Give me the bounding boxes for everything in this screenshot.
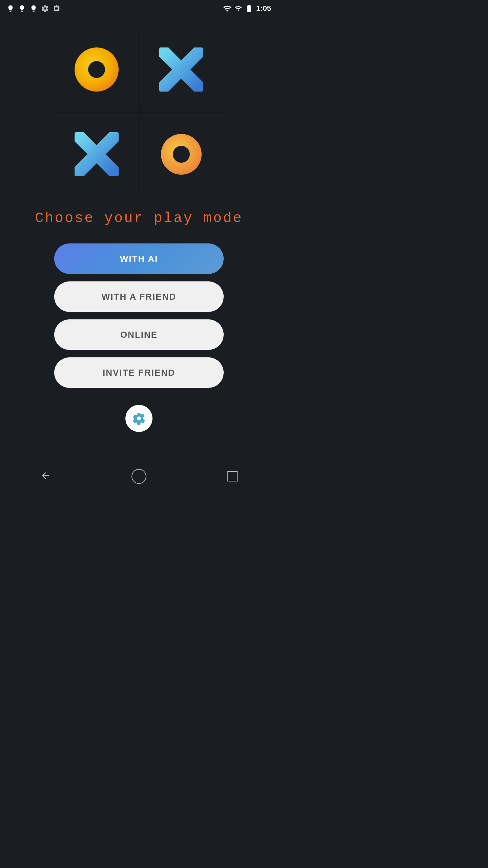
bottom-navigation [0, 465, 278, 488]
settings-button[interactable] [125, 405, 152, 432]
home-nav-button[interactable] [131, 469, 146, 484]
game-title: Choose your play mode [35, 210, 243, 226]
x-symbol-bottom-left [75, 132, 119, 176]
grid-cell-top-left [54, 27, 139, 112]
buttons-container: WITH AI WITH A FRIEND ONLINE INVITE FRIE… [54, 243, 224, 388]
grid-cell-top-right [139, 27, 224, 112]
bulb-icon-1 [7, 5, 14, 12]
settings-status-icon [41, 5, 49, 12]
status-bar: 1:05 [0, 0, 278, 17]
gear-icon [132, 412, 146, 425]
bulb-icon-3 [30, 5, 37, 12]
signal-icon [235, 5, 242, 12]
game-grid [54, 27, 224, 197]
status-bar-right: 1:05 [223, 4, 271, 13]
main-content: Choose your play mode WITH AI WITH A FRI… [0, 17, 278, 432]
o-symbol-bottom-right [161, 134, 202, 175]
grid-cell-bottom-right [139, 112, 224, 197]
battery-icon [245, 4, 253, 13]
wifi-icon [223, 4, 232, 13]
x-symbol-top-right [159, 47, 203, 92]
bulb-icon-2 [18, 5, 26, 12]
status-time: 1:05 [256, 4, 271, 13]
recents-nav-button[interactable] [227, 471, 238, 481]
grid-cell-bottom-left [54, 112, 139, 197]
with-friend-button[interactable]: WITH A FRIEND [54, 281, 224, 312]
grid-cells [54, 27, 224, 197]
invite-friend-button[interactable]: INVITE FRIEND [54, 357, 224, 388]
status-bar-left [7, 5, 60, 12]
back-nav-button[interactable] [40, 471, 50, 482]
online-button[interactable]: ONLINE [54, 319, 224, 350]
with-ai-button[interactable]: WITH AI [54, 243, 224, 274]
clipboard-status-icon [53, 5, 60, 12]
o-symbol-top-left [75, 47, 119, 92]
